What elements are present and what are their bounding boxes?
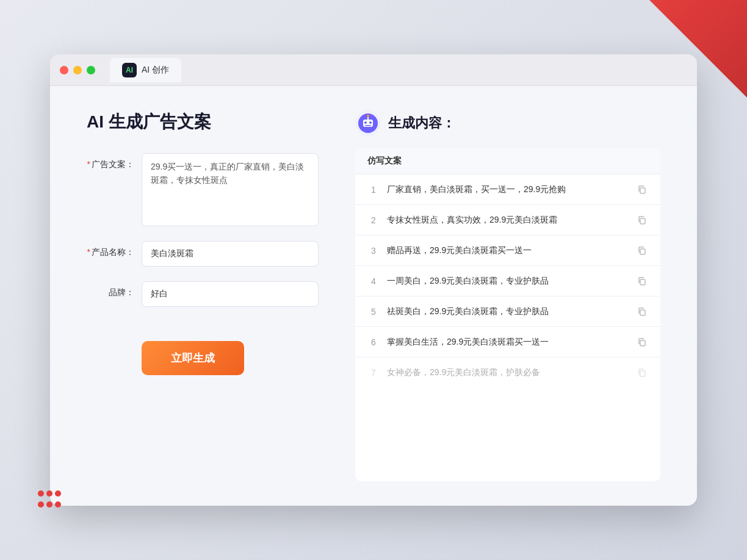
ad-copy-textarea[interactable]: 29.9买一送一，真正的厂家直销，美白淡斑霜，专抹女性斑点 <box>142 153 319 226</box>
svg-rect-5 <box>365 125 371 126</box>
svg-rect-9 <box>373 121 375 125</box>
page-title: AI 生成广告文案 <box>87 110 319 134</box>
product-name-input[interactable] <box>142 241 319 267</box>
brand-input[interactable] <box>142 281 319 307</box>
svg-point-4 <box>369 121 372 124</box>
title-bar: AI AI 创作 <box>50 54 697 86</box>
row-number-6: 6 <box>367 337 380 347</box>
row-text-5: 祛斑美白，29.9元美白淡斑霜，专业护肤品 <box>387 305 629 318</box>
svg-point-3 <box>364 121 367 124</box>
result-row-2: 2 专抹女性斑点，真实功效，29.9元美白淡斑霜 <box>355 205 660 235</box>
product-name-group: *产品名称： <box>87 241 319 267</box>
copy-icon-7[interactable] <box>636 367 648 379</box>
svg-rect-11 <box>640 218 645 224</box>
traffic-lights <box>60 66 95 74</box>
maximize-button[interactable] <box>87 66 95 74</box>
tab-label: AI 创作 <box>142 65 169 76</box>
result-row-5: 5 祛斑美白，29.9元美白淡斑霜，专业护肤品 <box>355 296 660 327</box>
result-row-7: 7 女神必备，29.9元美白淡斑霜，护肤必备 <box>355 357 660 387</box>
copy-icon-2[interactable] <box>636 214 648 226</box>
copy-icon-3[interactable] <box>636 245 648 257</box>
required-star-product: * <box>87 247 90 257</box>
tab-ai-creation[interactable]: AI AI 创作 <box>110 58 181 82</box>
result-table-header: 仿写文案 <box>355 148 660 174</box>
dot-decoration <box>37 489 62 511</box>
svg-point-7 <box>367 115 369 117</box>
row-number-7: 7 <box>367 368 380 378</box>
close-button[interactable] <box>60 66 68 74</box>
ad-copy-group: *广告文案： 29.9买一送一，真正的厂家直销，美白淡斑霜，专抹女性斑点 <box>87 153 319 226</box>
row-text-7: 女神必备，29.9元美白淡斑霜，护肤必备 <box>387 366 629 379</box>
result-title: 生成内容： <box>388 114 455 132</box>
row-number-3: 3 <box>367 246 380 256</box>
content-area: AI 生成广告文案 *广告文案： 29.9买一送一，真正的厂家直销，美白淡斑霜，… <box>50 86 697 506</box>
result-table: 仿写文案 1 厂家直销，美白淡斑霜，买一送一，29.9元抢购 2 专抹女性斑点，… <box>355 148 660 481</box>
copy-icon-4[interactable] <box>636 275 648 287</box>
ai-tab-icon: AI <box>122 63 137 77</box>
generate-button[interactable]: 立即生成 <box>142 341 244 375</box>
row-text-4: 一周美白，29.9元美白淡斑霜，专业护肤品 <box>387 275 629 287</box>
svg-rect-16 <box>640 371 645 376</box>
svg-rect-12 <box>640 249 645 254</box>
row-text-2: 专抹女性斑点，真实功效，29.9元美白淡斑霜 <box>387 214 629 226</box>
svg-rect-10 <box>640 188 645 193</box>
product-name-label: *产品名称： <box>87 241 142 258</box>
svg-rect-13 <box>640 279 645 285</box>
brand-group: 品牌： <box>87 281 319 307</box>
copy-icon-1[interactable] <box>636 184 648 196</box>
row-number-4: 4 <box>367 276 380 286</box>
right-panel: 生成内容： 仿写文案 1 厂家直销，美白淡斑霜，买一送一，29.9元抢购 <box>355 110 660 481</box>
brand-label: 品牌： <box>87 281 142 298</box>
required-star-ad: * <box>87 159 90 169</box>
svg-rect-14 <box>640 310 645 315</box>
row-text-6: 掌握美白生活，29.9元美白淡斑霜买一送一 <box>387 336 629 348</box>
copy-icon-5[interactable] <box>636 306 648 318</box>
browser-window: AI AI 创作 AI 生成广告文案 *广告文案： 29.9买一送一，真正的厂家… <box>50 54 697 506</box>
minimize-button[interactable] <box>73 66 82 74</box>
row-number-5: 5 <box>367 307 380 317</box>
result-row-1: 1 厂家直销，美白淡斑霜，买一送一，29.9元抢购 <box>355 174 660 205</box>
result-row-4: 4 一周美白，29.9元美白淡斑霜，专业护肤品 <box>355 266 660 296</box>
left-panel: AI 生成广告文案 *广告文案： 29.9买一送一，真正的厂家直销，美白淡斑霜，… <box>87 110 319 481</box>
result-row-6: 6 掌握美白生活，29.9元美白淡斑霜买一送一 <box>355 327 660 357</box>
result-row-3: 3 赠品再送，29.9元美白淡斑霜买一送一 <box>355 235 660 266</box>
result-header: 生成内容： <box>355 110 660 136</box>
row-number-2: 2 <box>367 215 380 225</box>
svg-rect-15 <box>640 340 645 346</box>
ad-copy-label: *广告文案： <box>87 153 142 170</box>
row-text-1: 厂家直销，美白淡斑霜，买一送一，29.9元抢购 <box>387 183 629 196</box>
copy-icon-6[interactable] <box>636 336 648 348</box>
row-number-1: 1 <box>367 185 380 195</box>
svg-rect-8 <box>361 121 363 125</box>
row-text-3: 赠品再送，29.9元美白淡斑霜买一送一 <box>387 244 629 257</box>
robot-icon <box>355 110 381 136</box>
